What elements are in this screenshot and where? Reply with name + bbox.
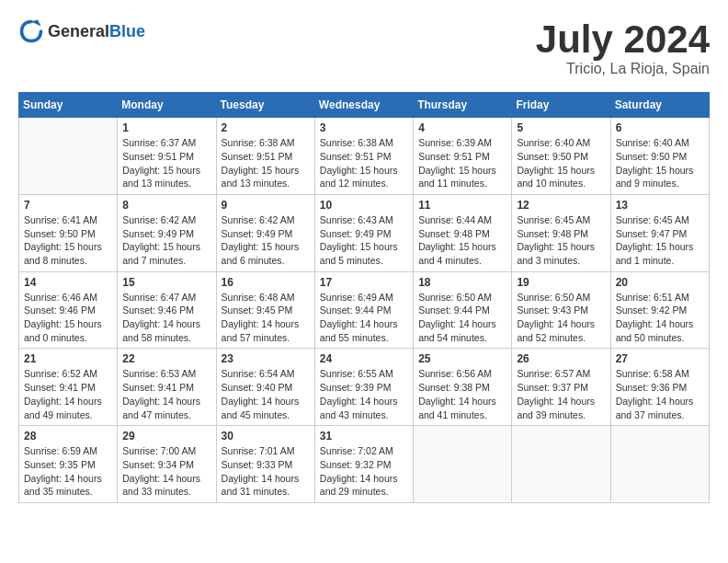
day-number: 20 (616, 276, 704, 289)
day-number: 10 (320, 199, 408, 212)
day-cell: 5Sunrise: 6:40 AMSunset: 9:50 PMDaylight… (512, 118, 610, 195)
day-cell: 24Sunrise: 6:55 AMSunset: 9:39 PMDayligh… (314, 349, 413, 426)
day-cell: 1Sunrise: 6:37 AMSunset: 9:51 PMDaylight… (118, 118, 216, 195)
day-info: Sunrise: 6:45 AMSunset: 9:47 PMDaylight:… (616, 213, 704, 268)
day-number: 1 (122, 121, 210, 134)
day-number: 29 (122, 430, 210, 442)
day-number: 23 (222, 352, 310, 365)
logo: GeneralBlue (18, 18, 145, 44)
day-number: 19 (517, 276, 605, 289)
day-cell: 2Sunrise: 6:38 AMSunset: 9:51 PMDaylight… (216, 118, 314, 195)
day-info: Sunrise: 6:43 AMSunset: 9:49 PMDaylight:… (320, 213, 408, 268)
day-number: 26 (517, 352, 605, 365)
day-info: Sunrise: 6:41 AMSunset: 9:50 PMDaylight:… (24, 213, 112, 268)
day-cell: 4Sunrise: 6:39 AMSunset: 9:51 PMDaylight… (414, 118, 512, 195)
day-info: Sunrise: 6:50 AMSunset: 9:44 PMDaylight:… (418, 291, 506, 345)
day-cell: 27Sunrise: 6:58 AMSunset: 9:36 PMDayligh… (610, 349, 709, 426)
day-cell: 14Sunrise: 6:46 AMSunset: 9:46 PMDayligh… (19, 271, 118, 349)
day-info: Sunrise: 7:00 AMSunset: 9:34 PMDaylight:… (122, 444, 210, 499)
weekday-header-tuesday: Tuesday (216, 93, 314, 118)
day-cell: 28Sunrise: 6:59 AMSunset: 9:35 PMDayligh… (19, 426, 118, 503)
weekday-header-thursday: Thursday (414, 93, 512, 118)
day-cell: 10Sunrise: 6:43 AMSunset: 9:49 PMDayligh… (314, 194, 413, 271)
week-row-1: 1Sunrise: 6:37 AMSunset: 9:51 PMDaylight… (19, 118, 710, 195)
day-number: 2 (222, 121, 310, 134)
day-cell (512, 426, 610, 503)
day-number: 27 (616, 352, 704, 365)
day-info: Sunrise: 7:01 AMSunset: 9:33 PMDaylight:… (222, 444, 310, 499)
day-cell: 9Sunrise: 6:42 AMSunset: 9:49 PMDaylight… (216, 194, 314, 271)
day-info: Sunrise: 6:52 AMSunset: 9:41 PMDaylight:… (24, 367, 112, 421)
page-header: GeneralBlue July 2024 Tricio, La Rioja, … (18, 18, 710, 77)
calendar-table: SundayMondayTuesdayWednesdayThursdayFrid… (18, 92, 710, 503)
day-info: Sunrise: 6:38 AMSunset: 9:51 PMDaylight:… (222, 136, 310, 190)
day-info: Sunrise: 6:45 AMSunset: 9:48 PMDaylight:… (517, 213, 605, 268)
day-number: 30 (222, 430, 310, 442)
day-info: Sunrise: 6:39 AMSunset: 9:51 PMDaylight:… (418, 136, 506, 190)
day-cell: 30Sunrise: 7:01 AMSunset: 9:33 PMDayligh… (216, 426, 314, 503)
day-cell: 25Sunrise: 6:56 AMSunset: 9:38 PMDayligh… (414, 349, 512, 426)
day-cell (19, 118, 118, 195)
logo-blue: Blue (109, 22, 145, 40)
day-number: 16 (222, 276, 310, 289)
week-row-4: 21Sunrise: 6:52 AMSunset: 9:41 PMDayligh… (19, 349, 710, 426)
day-info: Sunrise: 6:58 AMSunset: 9:36 PMDaylight:… (616, 367, 704, 421)
day-info: Sunrise: 6:44 AMSunset: 9:48 PMDaylight:… (418, 213, 506, 268)
day-number: 21 (24, 352, 112, 365)
day-number: 12 (517, 199, 605, 212)
day-cell: 16Sunrise: 6:48 AMSunset: 9:45 PMDayligh… (216, 271, 314, 349)
month-title: July 2024 (536, 18, 710, 61)
day-info: Sunrise: 6:54 AMSunset: 9:40 PMDaylight:… (222, 367, 310, 421)
weekday-header-sunday: Sunday (19, 93, 118, 118)
day-info: Sunrise: 6:42 AMSunset: 9:49 PMDaylight:… (122, 213, 210, 268)
day-cell: 29Sunrise: 7:00 AMSunset: 9:34 PMDayligh… (118, 426, 216, 503)
day-number: 13 (616, 199, 704, 212)
day-cell: 31Sunrise: 7:02 AMSunset: 9:32 PMDayligh… (314, 426, 413, 503)
weekday-header-saturday: Saturday (610, 93, 709, 118)
day-cell: 13Sunrise: 6:45 AMSunset: 9:47 PMDayligh… (610, 194, 709, 271)
day-cell: 7Sunrise: 6:41 AMSunset: 9:50 PMDaylight… (19, 194, 118, 271)
day-cell: 23Sunrise: 6:54 AMSunset: 9:40 PMDayligh… (216, 349, 314, 426)
day-info: Sunrise: 6:51 AMSunset: 9:42 PMDaylight:… (616, 291, 704, 345)
week-row-2: 7Sunrise: 6:41 AMSunset: 9:50 PMDaylight… (19, 194, 710, 271)
day-number: 18 (418, 276, 506, 289)
day-number: 7 (24, 199, 112, 212)
day-number: 25 (418, 352, 506, 365)
day-number: 28 (24, 430, 112, 442)
day-cell: 19Sunrise: 6:50 AMSunset: 9:43 PMDayligh… (512, 271, 610, 349)
title-block: July 2024 Tricio, La Rioja, Spain (536, 18, 710, 77)
logo-general: General (48, 22, 109, 40)
day-cell: 17Sunrise: 6:49 AMSunset: 9:44 PMDayligh… (314, 271, 413, 349)
day-cell: 20Sunrise: 6:51 AMSunset: 9:42 PMDayligh… (610, 271, 709, 349)
day-info: Sunrise: 6:40 AMSunset: 9:50 PMDaylight:… (517, 136, 605, 190)
day-info: Sunrise: 6:38 AMSunset: 9:51 PMDaylight:… (320, 136, 408, 190)
day-cell (414, 426, 512, 503)
day-cell: 21Sunrise: 6:52 AMSunset: 9:41 PMDayligh… (19, 349, 118, 426)
day-cell: 26Sunrise: 6:57 AMSunset: 9:37 PMDayligh… (512, 349, 610, 426)
weekday-header-wednesday: Wednesday (314, 93, 413, 118)
day-cell (610, 426, 709, 503)
day-number: 31 (320, 430, 408, 442)
day-number: 3 (320, 121, 408, 134)
day-number: 24 (320, 352, 408, 365)
weekday-header-row: SundayMondayTuesdayWednesdayThursdayFrid… (19, 93, 710, 118)
day-info: Sunrise: 6:46 AMSunset: 9:46 PMDaylight:… (24, 291, 112, 345)
day-info: Sunrise: 6:55 AMSunset: 9:39 PMDaylight:… (320, 367, 408, 421)
day-number: 15 (122, 276, 210, 289)
day-cell: 18Sunrise: 6:50 AMSunset: 9:44 PMDayligh… (414, 271, 512, 349)
logo-icon (18, 18, 44, 44)
day-cell: 22Sunrise: 6:53 AMSunset: 9:41 PMDayligh… (118, 349, 216, 426)
day-number: 22 (122, 352, 210, 365)
day-number: 17 (320, 276, 408, 289)
day-number: 8 (122, 199, 210, 212)
day-info: Sunrise: 6:40 AMSunset: 9:50 PMDaylight:… (616, 136, 704, 190)
day-info: Sunrise: 6:53 AMSunset: 9:41 PMDaylight:… (122, 367, 210, 421)
day-info: Sunrise: 6:42 AMSunset: 9:49 PMDaylight:… (222, 213, 310, 268)
day-number: 6 (616, 121, 704, 134)
day-cell: 12Sunrise: 6:45 AMSunset: 9:48 PMDayligh… (512, 194, 610, 271)
day-info: Sunrise: 6:56 AMSunset: 9:38 PMDaylight:… (418, 367, 506, 421)
day-info: Sunrise: 6:49 AMSunset: 9:44 PMDaylight:… (320, 291, 408, 345)
day-info: Sunrise: 6:57 AMSunset: 9:37 PMDaylight:… (517, 367, 605, 421)
day-info: Sunrise: 7:02 AMSunset: 9:32 PMDaylight:… (320, 444, 408, 499)
day-cell: 11Sunrise: 6:44 AMSunset: 9:48 PMDayligh… (414, 194, 512, 271)
